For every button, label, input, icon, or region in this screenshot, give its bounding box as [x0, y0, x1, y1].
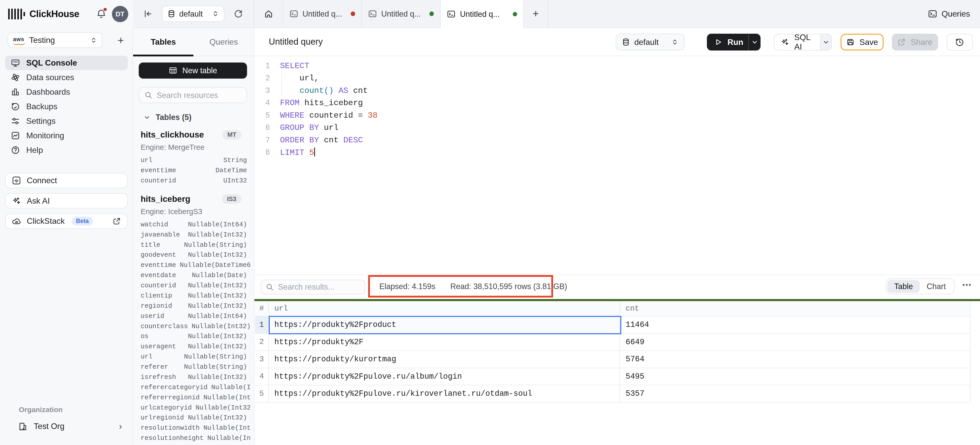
queries-button[interactable]: Queries — [928, 9, 970, 19]
editor-line[interactable]: 3 count() AS cnt — [255, 85, 980, 97]
ask-ai-button[interactable]: Ask AI — [5, 193, 128, 209]
url-cell[interactable]: https://produkty/kurortmag — [269, 351, 620, 368]
code-text: LIMIT 5 — [270, 147, 315, 157]
column-header-url[interactable]: url — [269, 301, 620, 316]
schema-column-row[interactable]: clientipNullable(Int32) — [133, 291, 254, 301]
schema-column-row[interactable]: refererNullable(String) — [133, 362, 254, 372]
schema-column-row[interactable]: urlregionidNullable(Int32) — [133, 413, 254, 423]
schema-column-row[interactable]: counteridUInt32 — [133, 176, 254, 186]
resources-search-input[interactable] — [139, 87, 247, 103]
query-database-selector[interactable]: default — [616, 34, 684, 51]
editor-line[interactable]: 2 url, — [255, 72, 980, 84]
home-tab-button[interactable] — [255, 0, 283, 28]
workspace-selector[interactable]: aws Testing — [7, 32, 102, 48]
result-row[interactable]: 2https://produkty%2F6649 — [255, 334, 970, 351]
notifications-bell-icon[interactable] — [96, 9, 106, 19]
schema-column-row[interactable]: counteridNullable(Int32) — [133, 281, 254, 291]
column-header-index[interactable]: # — [255, 301, 269, 316]
new-table-button[interactable]: New table — [139, 63, 247, 79]
schema-column-row[interactable]: urlcategoryidNullable(Int32 — [133, 403, 254, 413]
view-toggle-chart[interactable]: Chart — [920, 280, 953, 293]
result-row[interactable]: 3https://produkty/kurortmag5764 — [255, 351, 970, 368]
new-tab-button[interactable]: + — [524, 0, 548, 28]
schema-column-row[interactable]: goodeventNullable(Int32) — [133, 250, 254, 260]
sql-ai-button[interactable]: SQL AI — [774, 34, 832, 51]
editor-line[interactable]: 6GROUP BY url — [255, 122, 980, 134]
user-avatar[interactable]: DT — [112, 6, 128, 22]
cnt-cell[interactable]: 6649 — [620, 334, 970, 351]
schema-column-row[interactable]: urlString — [133, 155, 254, 166]
tables-group-header[interactable]: Tables (5) — [133, 111, 254, 124]
schema-column-row[interactable]: counterclassNullable(Int32) — [133, 321, 254, 331]
connect-button[interactable]: Connect — [5, 173, 128, 188]
sidebar-item-backups[interactable]: Backups — [5, 99, 128, 114]
table-entry[interactable]: hits_icebergIS3Engine: IcebergS3watchidN… — [133, 192, 254, 445]
run-button[interactable]: Run — [707, 34, 760, 51]
table-name[interactable]: hits_clickhouse — [140, 130, 204, 139]
sidebar-item-help[interactable]: Help — [5, 143, 128, 157]
url-cell[interactable]: https://produkty%2F — [269, 334, 620, 351]
editor-line[interactable]: 1SELECT — [255, 60, 980, 72]
editor-line[interactable]: 7ORDER BY cnt DESC — [255, 134, 980, 146]
tab-queries[interactable]: Queries — [193, 28, 254, 55]
table-entry[interactable]: hits_clickhouseMTEngine: MergeTreeurlStr… — [133, 128, 254, 186]
column-header-cnt[interactable]: cnt — [620, 301, 970, 316]
schema-column-row[interactable]: refererregionidNullable(Int — [133, 393, 254, 403]
schema-column-row[interactable]: eventtimeNullable(DateTime6 — [133, 260, 254, 271]
query-history-button[interactable] — [947, 34, 972, 51]
cnt-cell[interactable]: 5495 — [620, 368, 970, 385]
tab-untitled-query-1[interactable]: Untitled q... — [283, 0, 362, 28]
sidebar-item-monitoring[interactable]: Monitoring — [5, 128, 128, 143]
url-cell[interactable]: https://produkty%2Fpulove.ru/kiroverlane… — [269, 385, 620, 402]
sidebar-item-sql-console[interactable]: SQL Console — [5, 55, 128, 70]
tab-tables[interactable]: Tables — [133, 28, 193, 55]
table-name[interactable]: hits_iceberg — [140, 194, 190, 204]
results-more-icon[interactable]: ••• — [963, 282, 972, 288]
schema-column-row[interactable]: watchidNullable(Int64) — [133, 219, 254, 230]
topbar-database-selector[interactable]: default — [162, 6, 224, 22]
result-row[interactable]: 4https://produkty%2Fpulove.ru/album/logi… — [255, 368, 970, 386]
view-toggle-table[interactable]: Table — [887, 280, 920, 293]
url-cell[interactable]: https://produkty%2Fproduct — [269, 317, 620, 333]
editor-line[interactable]: 8LIMIT 5 — [255, 146, 980, 159]
schema-column-row[interactable]: isrefreshNullable(Int32) — [133, 372, 254, 382]
save-button[interactable]: Save — [840, 34, 884, 51]
editor-line[interactable]: 5WHERE counterid = 38 — [255, 109, 980, 122]
cnt-cell[interactable]: 5764 — [620, 351, 970, 368]
schema-column-row[interactable]: eventdateNullable(Date) — [133, 271, 254, 281]
tab-status-dot — [430, 11, 434, 16]
add-workspace-button[interactable]: + — [113, 33, 128, 48]
results-search-input[interactable] — [261, 280, 366, 295]
sql-ai-options-button[interactable] — [820, 34, 831, 50]
schema-column-row[interactable]: useragentNullable(Int32) — [133, 342, 254, 352]
editor-line[interactable]: 4FROM hits_iceberg — [255, 97, 980, 109]
sidebar-item-data-sources[interactable]: Data sources — [5, 70, 128, 85]
tab-untitled-query-2[interactable]: Untitled q... — [362, 0, 441, 28]
sql-editor[interactable]: 1SELECT2 url,3 count() AS cnt4FROM hits_… — [255, 56, 980, 274]
url-cell[interactable]: https://produkty%2Fpulove.ru/album/login — [269, 368, 620, 385]
clickstack-button[interactable]: ClickStack Beta — [5, 214, 128, 229]
schema-column-row[interactable]: resolutiondepthNullable(In — [133, 443, 254, 445]
schema-column-row[interactable]: urlNullable(String) — [133, 352, 254, 362]
schema-column-row[interactable]: resolutionheightNullable(In — [133, 433, 254, 443]
schema-column-row[interactable]: eventtimeDateTime — [133, 166, 254, 176]
schema-column-row[interactable]: referercategoryidNullable(I — [133, 382, 254, 393]
result-row[interactable]: 5https://produkty%2Fpulove.ru/kiroverlan… — [255, 385, 970, 403]
schema-column-row[interactable]: useridNullable(Int64) — [133, 311, 254, 321]
result-row[interactable]: 1https://produkty%2Fproduct11464 — [255, 317, 970, 334]
sidebar-item-settings[interactable]: Settings — [5, 114, 128, 128]
cnt-cell[interactable]: 11464 — [620, 317, 970, 333]
schema-column-row[interactable]: osNullable(Int32) — [133, 331, 254, 342]
cnt-cell[interactable]: 5357 — [620, 385, 970, 402]
schema-column-row[interactable]: titleNullable(String) — [133, 240, 254, 250]
schema-column-row[interactable]: resolutionwidthNullable(Int — [133, 423, 254, 433]
schema-column-row[interactable]: javaenableNullable(Int32) — [133, 230, 254, 240]
run-options-button[interactable] — [748, 34, 760, 51]
share-button[interactable]: Share — [892, 34, 938, 51]
tab-untitled-query-3-active[interactable]: Untitled q... — [441, 0, 524, 29]
refresh-icon[interactable] — [231, 6, 246, 21]
schema-column-row[interactable]: regionidNullable(Int32) — [133, 301, 254, 311]
organization-item[interactable]: Test Org › — [5, 419, 128, 434]
sidebar-item-dashboards[interactable]: Dashboards — [5, 85, 128, 99]
collapse-sidebar-icon[interactable] — [140, 6, 156, 21]
